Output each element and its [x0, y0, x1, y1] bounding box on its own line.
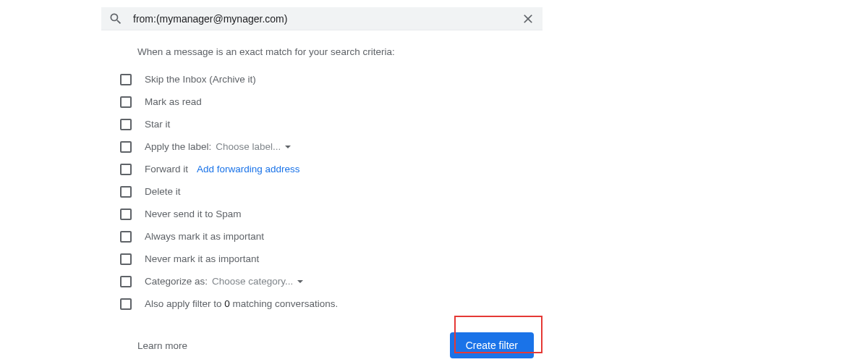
- label-forward: Forward it: [145, 164, 188, 174]
- option-never-important: Never mark it as important: [120, 248, 542, 270]
- create-filter-button[interactable]: Create filter: [450, 332, 534, 358]
- link-add-forwarding[interactable]: Add forwarding address: [197, 164, 300, 174]
- search-icon: [109, 12, 123, 26]
- option-categorize: Categorize as: Choose category...: [120, 270, 542, 292]
- link-learn-more[interactable]: Learn more: [137, 340, 187, 351]
- filter-dialog: from:(mymanager@mynager.com) When a mess…: [101, 7, 542, 358]
- checkbox-never-spam[interactable]: [120, 209, 132, 220]
- filter-content: When a message is an exact match for you…: [101, 30, 542, 358]
- label-skip-inbox: Skip the Inbox (Archive it): [145, 74, 256, 85]
- caret-down-icon: [285, 146, 291, 148]
- label-also-apply: Also apply filter to 0 matching conversa…: [145, 298, 338, 309]
- dropdown-choose-category-text: Choose category...: [212, 276, 293, 287]
- option-forward: Forward it Add forwarding address: [120, 158, 542, 180]
- option-always-important: Always mark it as important: [120, 225, 542, 248]
- checkbox-mark-read[interactable]: [120, 96, 132, 108]
- label-always-important: Always mark it as important: [145, 231, 264, 242]
- option-also-apply: Also apply filter to 0 matching conversa…: [120, 292, 542, 315]
- option-mark-read: Mark as read: [120, 90, 542, 113]
- option-star: Star it: [120, 113, 542, 135]
- dialog-footer: Learn more Create filter: [137, 332, 542, 358]
- dropdown-choose-label[interactable]: Choose label...: [216, 141, 291, 152]
- checkbox-delete[interactable]: [120, 186, 132, 198]
- label-never-spam: Never send it to Spam: [145, 209, 242, 219]
- checkbox-apply-label[interactable]: [120, 141, 132, 153]
- label-never-important: Never mark it as important: [145, 253, 259, 264]
- checkbox-always-important[interactable]: [120, 231, 132, 243]
- also-apply-prefix: Also apply filter to: [145, 298, 224, 309]
- option-never-spam: Never send it to Spam: [120, 203, 542, 225]
- also-apply-count: 0: [224, 298, 230, 309]
- instruction-text: When a message is an exact match for you…: [137, 46, 542, 57]
- checkbox-skip-inbox[interactable]: [120, 74, 132, 85]
- search-bar: from:(mymanager@mynager.com): [101, 7, 542, 30]
- option-apply-label: Apply the label: Choose label...: [120, 135, 542, 158]
- dropdown-choose-category[interactable]: Choose category...: [212, 276, 303, 287]
- option-skip-inbox: Skip the Inbox (Archive it): [120, 68, 542, 90]
- label-categorize: Categorize as:: [145, 276, 208, 287]
- filter-options: Skip the Inbox (Archive it) Mark as read…: [120, 68, 542, 315]
- dropdown-choose-label-text: Choose label...: [216, 141, 281, 152]
- also-apply-suffix: matching conversations.: [230, 298, 338, 309]
- label-mark-read: Mark as read: [145, 96, 202, 107]
- checkbox-never-important[interactable]: [120, 253, 132, 265]
- label-star: Star it: [145, 119, 170, 130]
- checkbox-forward[interactable]: [120, 164, 132, 175]
- caret-down-icon: [297, 280, 303, 283]
- checkbox-categorize[interactable]: [120, 276, 132, 287]
- label-apply-label: Apply the label:: [145, 141, 211, 152]
- label-delete: Delete it: [145, 186, 181, 197]
- checkbox-star[interactable]: [120, 119, 132, 130]
- checkbox-also-apply[interactable]: [120, 298, 132, 310]
- close-icon[interactable]: [521, 12, 535, 26]
- option-delete: Delete it: [120, 180, 542, 203]
- search-query[interactable]: from:(mymanager@mynager.com): [133, 13, 521, 25]
